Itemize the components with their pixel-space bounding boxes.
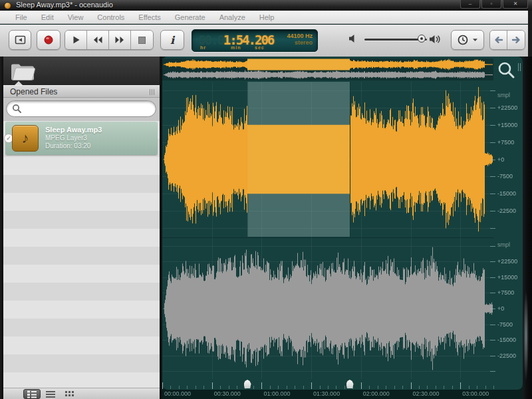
scale-tick-label: +15000 [497,274,517,281]
history-nav-group [489,30,525,50]
time-format-button[interactable] [451,30,484,50]
record-icon [43,35,54,45]
speaker-high-icon [429,34,442,45]
search-area [3,98,160,121]
scale-panel-grip[interactable] [518,63,522,71]
scale-tick-label: -15000 [497,336,516,343]
opened-files-header[interactable]: Opened Files [3,85,160,98]
search-box[interactable] [6,100,156,117]
close-button[interactable]: ✕ [503,0,528,9]
unit-min-label: min [231,45,241,50]
unit-sec-label: sec [255,45,265,50]
zoom-magnifier-icon[interactable] [497,61,517,81]
play-button[interactable] [65,31,87,49]
transport-group [65,30,154,50]
view-mode-bar [3,388,160,399]
sample-rate-block: 44100 Hz stereo [287,33,313,47]
menu-item-help[interactable]: Help [253,13,281,21]
scale-tick-label: +0 [497,305,504,312]
list-view-button[interactable] [42,389,59,399]
window-title: Sleep Away.mp3* - ocenaudio [16,1,113,9]
scale-tick-label: -15000 [497,190,516,197]
back-button[interactable] [490,31,507,49]
timeline-label: 03:00.000 [462,390,489,397]
skip-to-start-icon [15,35,26,45]
menu-bar: FileEditViewControlsEffectsGenerateAnaly… [0,11,532,24]
file-meta: Sleep Away.mp3 MPEG Layer3 Duration: 03:… [45,126,102,150]
toolbar: i 00:01:54.206 hr min sec 44100 Hz stere… [0,25,532,57]
ocenaudio-window: Sleep Away.mp3* - ocenaudio – ▫ ✕ FileEd… [0,0,532,399]
scale-tick-label: +7500 [497,289,514,296]
search-icon [12,104,22,114]
window-top-right-edge [528,11,532,57]
info-icon: i [170,34,174,47]
audio-file-icon: ♪ [12,125,39,152]
speaker-low-icon [348,34,358,43]
app-icon [4,2,11,9]
stop-icon [138,36,146,45]
title-bar[interactable]: Sleep Away.mp3* - ocenaudio – ▫ ✕ [0,0,532,11]
scale-unit-label: smpl [497,241,510,248]
menu-item-effects[interactable]: Effects [132,13,166,21]
search-input[interactable] [25,104,150,114]
timeline-label: 01:30.000 [313,390,340,397]
volume-slider-handle[interactable] [418,35,426,43]
file-format: MPEG Layer3 [45,134,102,142]
details-view-button[interactable] [23,389,41,399]
arrow-left-icon [493,35,503,45]
file-duration: Duration: 03:20 [45,142,102,150]
channel-mode-label: stereo [287,39,313,46]
fast-forward-icon [114,36,125,44]
menu-item-controls[interactable]: Controls [91,13,130,21]
details-view-icon [27,390,37,398]
scale-tick-label: -7500 [497,321,513,328]
timeline-label: 00:30.000 [214,390,241,397]
fast-forward-button[interactable] [109,31,131,49]
menu-item-view[interactable]: View [62,13,90,21]
sample-rate-label: 44100 Hz [287,33,313,39]
timeline-label: 02:00.000 [363,390,390,397]
time-display: 00:01:54.206 hr min sec 44100 Hz stereo [192,29,318,52]
play-icon [71,35,81,45]
panel-drag-grip[interactable] [150,89,156,95]
menu-item-edit[interactable]: Edit [35,13,60,21]
clock-icon [457,34,469,46]
minimize-button[interactable]: – [460,0,480,9]
menu-item-file[interactable]: File [9,13,33,21]
scale-tick-label: -7500 [497,173,513,180]
timeline-label: 02:30.000 [413,390,440,397]
opened-files-list[interactable]: ✓ ♪ Sleep Away.mp3 MPEG Layer3 Duration:… [3,121,160,388]
rewind-icon [92,36,103,44]
menu-item-generate[interactable]: Generate [169,13,211,21]
grid-view-button[interactable] [61,389,78,399]
info-button[interactable]: i [160,30,184,50]
forward-button[interactable] [507,31,525,49]
list-view-icon [45,390,56,398]
scale-tick-label: +15000 [497,122,517,128]
waveform-canvas[interactable] [162,57,523,399]
menu-item-analyze[interactable]: Analyze [213,13,251,21]
file-name: Sleep Away.mp3 [45,126,102,134]
unit-hr-label: hr [200,45,206,50]
timeline-label: 01:00.000 [263,390,290,397]
arrow-right-icon [511,35,521,45]
scale-tick-label: +0 [497,156,504,163]
scale-tick-label: -22500 [497,207,516,214]
sidebar: Opened Files ✓ ♪ Sleep Away.mp3 MPEG Lay… [3,57,160,399]
record-button[interactable] [37,30,61,50]
chevron-down-icon [472,38,478,42]
skip-to-start-button[interactable] [9,30,31,50]
sidebar-tab-strip [3,57,160,85]
file-item-sleep-away[interactable]: ✓ ♪ Sleep Away.mp3 MPEG Layer3 Duration:… [5,122,158,155]
rewind-button[interactable] [87,31,109,49]
window-right-border [523,57,532,399]
scale-unit-label: smpl [497,92,510,98]
stop-button[interactable] [131,31,153,49]
scale-tick-label: +22500 [497,104,517,111]
scale-tick-label: +7500 [497,139,514,146]
scale-tick-label: -22500 [497,352,516,359]
grid-view-icon [65,390,74,398]
opened-files-title: Opened Files [10,87,57,96]
maximize-button[interactable]: ▫ [481,0,501,9]
opened-files-tab[interactable] [9,59,36,82]
